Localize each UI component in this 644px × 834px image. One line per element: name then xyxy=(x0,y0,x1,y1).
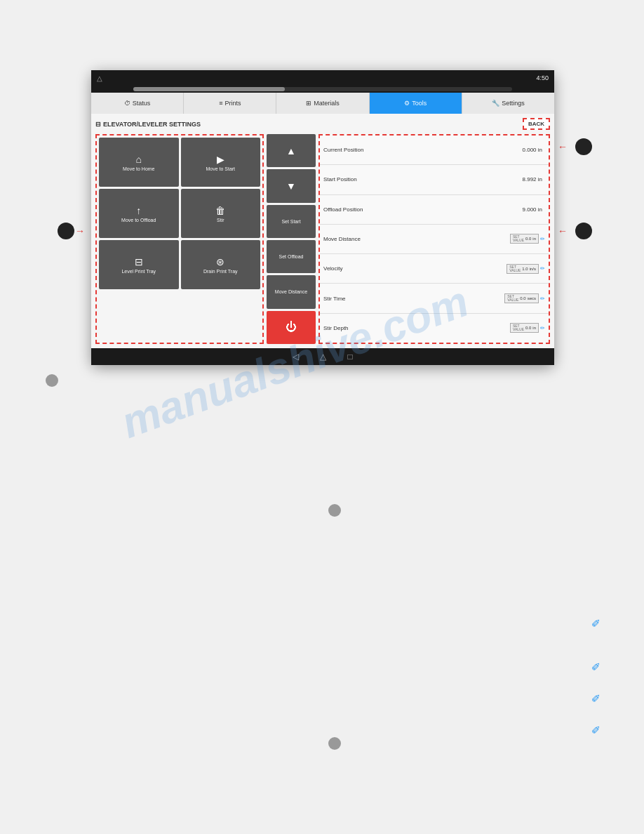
move-distance-button[interactable]: Move Distance xyxy=(267,275,316,308)
set-offload-button[interactable]: Set Offload xyxy=(267,240,316,273)
materials-icon: ⊞ xyxy=(306,100,311,107)
stir-time-edit-icon[interactable]: ✏ xyxy=(540,296,545,302)
main-content: ⊟ ELEVATOR/LEVELER SETTINGS BACK ⌂ Move … xyxy=(91,114,554,348)
move-start-button[interactable]: ▶ Move to Start xyxy=(181,138,261,187)
current-position-value: 0.000 in xyxy=(523,147,542,153)
progress-bar-bg xyxy=(133,87,512,91)
param-row-current-position: Current Position 0.000 in xyxy=(320,135,549,165)
progress-bar-fill xyxy=(133,87,285,91)
stop-button[interactable]: ⏻ xyxy=(267,311,316,344)
pencil-icon-2: ✏ xyxy=(588,658,604,675)
stir-depth-set-value: 0.0 xyxy=(525,326,531,330)
stir-depth-label: Stir Depth xyxy=(323,325,510,331)
stir-time-set-value: 0.0 xyxy=(520,296,525,300)
move-distance-unit: in xyxy=(532,237,536,241)
home-nav-icon[interactable]: △ xyxy=(320,352,326,362)
stir-button[interactable]: 🗑 Stir xyxy=(181,189,261,238)
param-row-velocity: Velocity SET VALUE 1.0 in/s ✏ xyxy=(320,254,549,284)
pencil-icon-3: ✏ xyxy=(588,690,604,706)
settings-icon: 🔧 xyxy=(492,100,499,107)
move-distance-set-value: 0.0 xyxy=(525,237,531,241)
level-print-tray-label: Level Print Tray xyxy=(121,269,156,274)
offload-position-value: 9.000 in xyxy=(523,206,542,213)
annotation-circle-right xyxy=(575,223,592,239)
small-circle-3 xyxy=(328,737,341,750)
pencil-icon-4: ✏ xyxy=(588,722,604,738)
annotation-arrow-top-right: ← xyxy=(558,141,568,152)
velocity-set-box: SET VALUE 1.0 in/s xyxy=(507,264,539,274)
move-distance-label: Move Distance xyxy=(275,289,307,294)
drain-print-tray-button[interactable]: ⊛ Drain Print Tray xyxy=(181,240,261,289)
annotation-circle-top-right xyxy=(575,138,592,155)
tab-settings[interactable]: 🔧 Settings xyxy=(462,93,554,114)
current-position-label: Current Position xyxy=(323,147,523,153)
content-area: ⌂ Move to Home ▶ Move to Start ↑ Move to… xyxy=(95,134,550,344)
start-position-value: 8.992 in xyxy=(523,176,542,183)
stop-icon: ⏻ xyxy=(286,321,297,333)
stir-time-set-label: SET VALUE xyxy=(507,295,518,302)
stir-depth-unit: in xyxy=(532,326,536,330)
bottom-nav: ◁ △ □ xyxy=(91,348,554,365)
logo-icon: △ xyxy=(97,74,102,82)
down-button[interactable]: ▼ xyxy=(267,169,316,202)
move-distance-set-label: SET VALUE xyxy=(513,235,524,242)
velocity-edit-icon[interactable]: ✏ xyxy=(540,265,545,272)
play-icon: ▶ xyxy=(217,154,224,165)
tab-prints[interactable]: ≡ Prints xyxy=(184,93,276,114)
stir-depth-edit-icon[interactable]: ✏ xyxy=(540,325,545,331)
tab-settings-label: Settings xyxy=(502,100,525,107)
annotation-arrow-left: → xyxy=(75,225,85,237)
parameters-panel: Current Position 0.000 in Start Position… xyxy=(318,134,550,344)
drain-print-tray-label: Drain Print Tray xyxy=(203,269,238,274)
level-print-tray-button[interactable]: ⊟ Level Print Tray xyxy=(99,240,179,289)
start-position-label: Start Position xyxy=(323,176,523,183)
back-nav-icon[interactable]: ◁ xyxy=(293,352,299,362)
upload-icon: ↑ xyxy=(136,205,141,216)
tablet-frame: △ 4:50 ⏱ Status ≡ Prints ⊞ Materials ⚙ T… xyxy=(91,70,554,365)
velocity-set-value: 1.0 xyxy=(522,267,528,271)
annotation-circle-left xyxy=(58,223,74,239)
set-start-label: Set Start xyxy=(281,219,300,224)
tab-materials[interactable]: ⊞ Materials xyxy=(276,93,369,114)
tab-prints-label: Prints xyxy=(224,100,241,107)
pencil-icon-1: ✏ xyxy=(588,615,604,631)
set-start-button[interactable]: Set Start xyxy=(267,205,316,238)
move-home-button[interactable]: ⌂ Move to Home xyxy=(99,138,179,187)
move-distance-set-box: SET VALUE 0.0 in xyxy=(510,234,539,244)
recents-nav-icon[interactable]: □ xyxy=(347,352,352,362)
param-row-start-position: Start Position 8.992 in xyxy=(320,165,549,194)
move-start-label: Move to Start xyxy=(206,166,235,171)
tab-tools-label: Tools xyxy=(412,100,427,107)
move-distance-edit-icon[interactable]: ✏ xyxy=(540,236,545,242)
status-bar-left: △ xyxy=(97,74,102,82)
progress-area xyxy=(91,86,554,93)
status-bar: △ 4:50 xyxy=(91,70,554,86)
prints-icon: ≡ xyxy=(219,100,222,107)
move-offload-button[interactable]: ↑ Move to Offload xyxy=(99,189,179,238)
up-button[interactable]: ▲ xyxy=(267,134,316,167)
move-distance-param-label: Move Distance xyxy=(323,236,510,242)
home-icon: ⌂ xyxy=(136,154,142,165)
annotation-arrow-right: ← xyxy=(558,225,568,237)
param-row-move-distance: Move Distance SET VALUE 0.0 in ✏ xyxy=(320,225,549,254)
status-time: 4:50 xyxy=(536,74,549,81)
param-row-stir-time: Stir Time SET VALUE 0.0 secs ✏ xyxy=(320,284,549,313)
middle-buttons: ▲ ▼ Set Start Set Offload Move Distance … xyxy=(267,134,316,344)
offload-position-label: Offload Position xyxy=(323,206,523,213)
stir-depth-set-label: SET VALUE xyxy=(513,324,524,331)
small-circle-2 xyxy=(328,504,341,517)
section-title: ⊟ ELEVATOR/LEVELER SETTINGS xyxy=(95,121,201,128)
tab-status[interactable]: ⏱ Status xyxy=(91,93,184,114)
down-arrow-icon: ▼ xyxy=(286,180,296,192)
action-buttons-grid: ⌂ Move to Home ▶ Move to Start ↑ Move to… xyxy=(95,134,264,344)
tab-status-label: Status xyxy=(133,100,151,107)
move-offload-label: Move to Offload xyxy=(121,218,156,223)
velocity-label: Velocity xyxy=(323,265,507,272)
drain-icon: ⊛ xyxy=(216,256,224,267)
section-header: ⊟ ELEVATOR/LEVELER SETTINGS BACK xyxy=(95,118,550,130)
tab-tools[interactable]: ⚙ Tools xyxy=(370,93,462,114)
stir-label: Stir xyxy=(217,218,224,223)
move-home-label: Move to Home xyxy=(123,166,155,171)
param-row-stir-depth: Stir Depth SET VALUE 0.0 in ✏ xyxy=(320,314,549,343)
back-button[interactable]: BACK xyxy=(523,118,550,130)
